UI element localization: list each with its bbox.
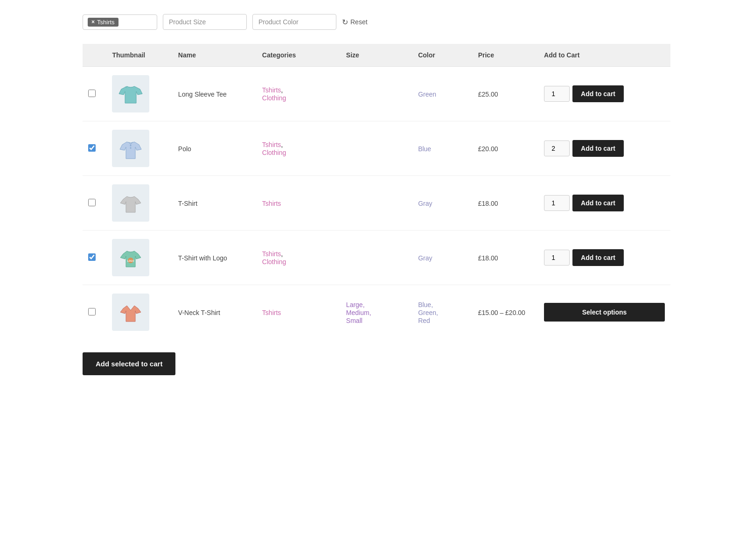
table-row: PoloTshirts, ClothingBlue£20.00Add to ca… — [83, 121, 670, 176]
add-selected-to-cart-button[interactable]: Add selected to cart — [83, 352, 175, 375]
price-5: £15.00 – £20.00 — [478, 309, 525, 316]
th-price: Price — [473, 44, 538, 67]
category-link-3-0[interactable]: Tshirts — [262, 200, 281, 207]
thumbnail-4: LOGO — [112, 239, 149, 276]
page-wrapper: × Tshirts Product Size Product Color ↻ R… — [73, 0, 680, 389]
add-cart-row-4: Add to cart — [544, 249, 665, 266]
color-text-4: Gray — [418, 254, 432, 262]
size-text-5: Medium, — [346, 309, 371, 316]
price-4: £18.00 — [478, 254, 498, 262]
category-link-5-0[interactable]: Tshirts — [262, 309, 281, 316]
size-text-5: Large, — [346, 301, 365, 308]
qty-input-4[interactable] — [544, 250, 570, 266]
product-size-filter[interactable]: Product Size — [163, 14, 247, 30]
row-checkbox-5[interactable] — [88, 308, 96, 315]
add-selected-wrapper: Add selected to cart — [83, 339, 670, 375]
qty-input-1[interactable] — [544, 86, 570, 102]
reset-icon: ↻ — [342, 18, 348, 27]
tag-chip-tshirts: × Tshirts — [88, 18, 119, 27]
select-options-button-5[interactable]: Select options — [544, 303, 665, 322]
row-checkbox-2[interactable] — [88, 144, 96, 152]
color-text-5: Red — [418, 317, 430, 324]
price-1: £25.00 — [478, 91, 498, 98]
table-row: T-ShirtTshirtsGray£18.00Add to cart — [83, 176, 670, 231]
table-row: Long Sleeve TeeTshirts, ClothingGreen£25… — [83, 67, 670, 121]
thumbnail-5 — [112, 294, 149, 331]
category-link-1-0[interactable]: Tshirts — [262, 86, 281, 94]
reset-button[interactable]: ↻ Reset — [342, 18, 368, 27]
thumbnail-1 — [112, 75, 149, 112]
th-add-to-cart: Add to Cart — [538, 44, 670, 67]
thumbnail-3 — [112, 184, 149, 222]
svg-point-0 — [130, 145, 132, 147]
qty-input-3[interactable] — [544, 195, 570, 211]
price-3: £18.00 — [478, 200, 498, 207]
category-link-4-0[interactable]: Tshirts — [262, 250, 281, 258]
th-categories: Categories — [257, 44, 341, 67]
filter-bar: × Tshirts Product Size Product Color ↻ R… — [83, 14, 670, 30]
row-checkbox-3[interactable] — [88, 199, 96, 206]
row-checkbox-1[interactable] — [88, 90, 96, 97]
category-link-4-1[interactable]: Clothing — [262, 258, 286, 266]
add-cart-row-3: Add to cart — [544, 195, 665, 211]
thumbnail-2 — [112, 130, 149, 167]
tag-filter-input[interactable]: × Tshirts — [83, 14, 157, 30]
add-to-cart-button-1[interactable]: Add to cart — [572, 85, 624, 102]
category-link-2-1[interactable]: Clothing — [262, 149, 286, 156]
product-name-2: Polo — [178, 145, 191, 153]
table-header-row: Thumbnail Name Categories Size Color Pri… — [83, 44, 670, 67]
svg-text:LOGO: LOGO — [127, 259, 134, 262]
th-thumbnail: Thumbnail — [106, 44, 172, 67]
qty-input-2[interactable] — [544, 140, 570, 156]
add-cart-row-1: Add to cart — [544, 85, 665, 102]
color-text-1: Green — [418, 91, 436, 98]
th-checkbox — [83, 44, 106, 67]
table-row: V-Neck T-ShirtTshirtsLarge,Medium,SmallB… — [83, 285, 670, 340]
category-link-1-1[interactable]: Clothing — [262, 94, 286, 102]
tag-remove-icon[interactable]: × — [91, 19, 95, 25]
product-name-4: T-Shirt with Logo — [178, 254, 227, 262]
th-color: Color — [412, 44, 473, 67]
table-row: LOGO T-Shirt with LogoTshirts, ClothingG… — [83, 231, 670, 285]
row-checkbox-4[interactable] — [88, 253, 96, 261]
product-color-filter[interactable]: Product Color — [252, 14, 336, 30]
add-cart-row-2: Add to cart — [544, 140, 665, 157]
product-name-3: T-Shirt — [178, 200, 197, 207]
category-link-2-0[interactable]: Tshirts — [262, 141, 281, 148]
product-name-1: Long Sleeve Tee — [178, 91, 227, 98]
tag-chip-label: Tshirts — [97, 19, 115, 26]
product-name-5: V-Neck T-Shirt — [178, 309, 220, 316]
size-text-5: Small — [346, 317, 363, 324]
add-to-cart-button-4[interactable]: Add to cart — [572, 249, 624, 266]
add-to-cart-button-2[interactable]: Add to cart — [572, 140, 624, 157]
svg-point-1 — [130, 147, 132, 149]
add-to-cart-button-3[interactable]: Add to cart — [572, 195, 624, 211]
reset-label: Reset — [350, 18, 368, 26]
th-name: Name — [173, 44, 257, 67]
product-table: Thumbnail Name Categories Size Color Pri… — [83, 44, 670, 339]
color-text-3: Gray — [418, 200, 432, 207]
th-size: Size — [341, 44, 412, 67]
color-text-5: Green, — [418, 309, 438, 316]
price-2: £20.00 — [478, 145, 498, 153]
color-text-5: Blue, — [418, 301, 433, 308]
color-text-2: Blue — [418, 145, 431, 153]
